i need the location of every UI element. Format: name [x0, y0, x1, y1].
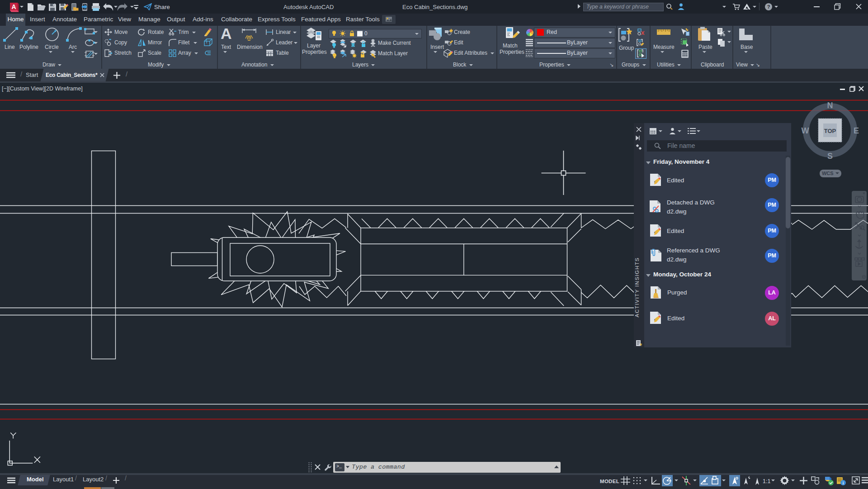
svg-text:E: E — [854, 126, 859, 135]
svg-text:N: N — [827, 101, 833, 110]
svg-text:i: i — [843, 481, 844, 485]
svg-text:W: W — [802, 126, 809, 135]
svg-text:?: ? — [767, 4, 770, 9]
svg-text:S: S — [827, 152, 833, 161]
svg-text:A: A — [11, 3, 16, 10]
svg-text:TOP: TOP — [824, 128, 836, 134]
